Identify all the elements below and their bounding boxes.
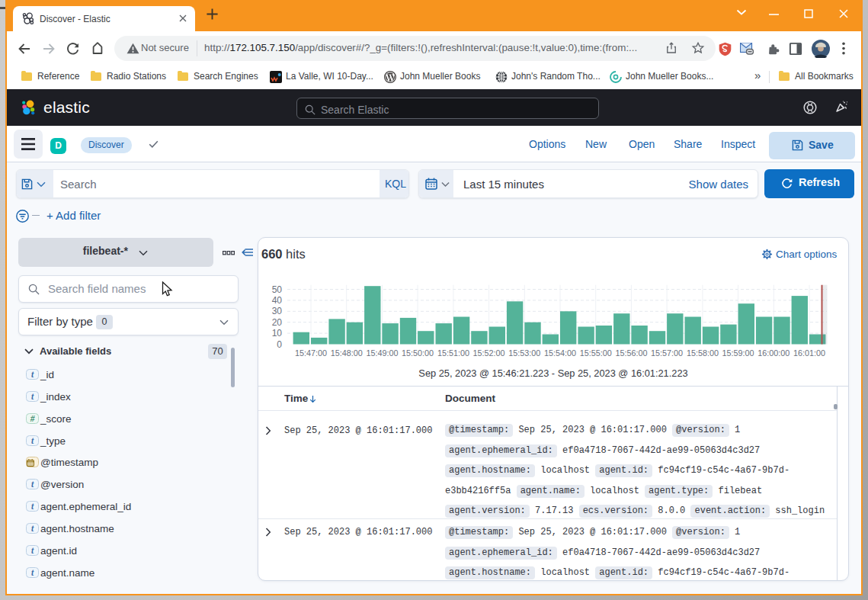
svg-text:15:55:00: 15:55:00 xyxy=(580,348,612,358)
svg-text:15:54:00: 15:54:00 xyxy=(544,348,576,358)
svg-text:16:00:00: 16:00:00 xyxy=(757,348,790,358)
svg-text:15:58:00: 15:58:00 xyxy=(687,348,719,358)
svg-text:15:47:00: 15:47:00 xyxy=(295,348,327,358)
svg-text:15:52:00: 15:52:00 xyxy=(473,348,505,358)
svg-text:15:51:00: 15:51:00 xyxy=(437,348,469,358)
svg-text:15:50:00: 15:50:00 xyxy=(402,348,434,358)
svg-text:15:53:00: 15:53:00 xyxy=(508,348,540,358)
svg-text:15:49:00: 15:49:00 xyxy=(366,348,398,358)
svg-text:30: 30 xyxy=(272,306,283,316)
svg-text:16:01:00: 16:01:00 xyxy=(793,348,825,358)
svg-text:15:59:00: 15:59:00 xyxy=(722,348,754,358)
svg-text:20: 20 xyxy=(272,317,283,328)
svg-text:0: 0 xyxy=(277,339,282,350)
svg-text:15:48:00: 15:48:00 xyxy=(331,348,363,358)
svg-text:40: 40 xyxy=(272,295,283,306)
svg-text:50: 50 xyxy=(272,284,283,295)
svg-text:15:57:00: 15:57:00 xyxy=(651,348,683,358)
svg-text:10: 10 xyxy=(272,328,283,339)
svg-text:15:56:00: 15:56:00 xyxy=(615,348,647,358)
